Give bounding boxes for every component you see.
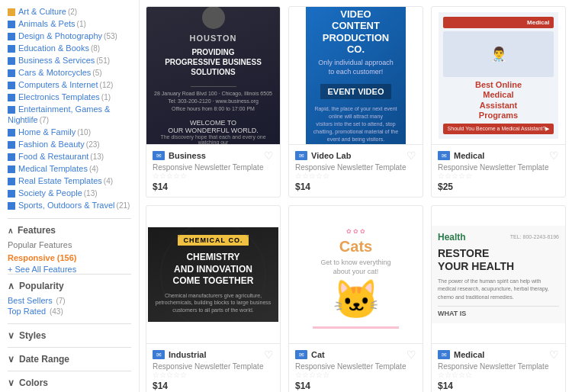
chevron-icon: ∨: [8, 378, 14, 388]
category-link[interactable]: Medical Templates: [18, 164, 88, 173]
chevron-icon: ∨: [8, 330, 14, 341]
card-thumbnail: Medical 👨‍⚕️ Best OnlineMedicalAssistant…: [432, 7, 565, 144]
email-icon: [153, 151, 165, 160]
popularity-item: Best Sellers (7): [8, 296, 131, 305]
card-stars: ☆☆☆☆☆: [153, 172, 274, 180]
template-card: VIDEOCONTENTPRODUCTIONCO. Only individua…: [288, 6, 423, 198]
card-title-wrap: Medical: [438, 151, 484, 160]
sidebar-category-item: Business & Services(51): [8, 55, 131, 66]
card-stars: ☆☆☆☆☆: [153, 371, 274, 379]
card-stars: ☆☆☆☆☆: [295, 371, 416, 379]
favorite-button[interactable]: ♡: [264, 149, 274, 162]
category-count: (4): [104, 177, 113, 185]
sidebar-category-item: Entertainment, Games & Nightlife(7): [8, 104, 131, 125]
category-icon: [8, 33, 15, 40]
card-price: $25: [438, 182, 559, 192]
favorite-button[interactable]: ♡: [407, 149, 416, 162]
category-link[interactable]: Food & Restaurant: [18, 152, 88, 161]
card-name: Medical: [454, 151, 484, 160]
category-count: (8): [91, 44, 100, 53]
responsive-feature[interactable]: Responsive (156): [8, 252, 131, 263]
category-icon: [8, 153, 15, 161]
category-icon: [8, 129, 15, 137]
category-link[interactable]: Home & Family: [18, 127, 76, 137]
features-content: Popular Features Responsive (156) + See …: [8, 240, 131, 274]
card-thumbnail: VIDEOCONTENTPRODUCTIONCO. Only individua…: [289, 7, 423, 144]
styles-section: ∨ Styles: [8, 323, 131, 347]
date-range-toggle[interactable]: ∨ Date Range: [8, 354, 131, 365]
card-stars: ☆☆☆☆☆: [438, 371, 559, 379]
category-link[interactable]: Animals & Pets: [18, 19, 76, 28]
favorite-button[interactable]: ♡: [407, 349, 416, 361]
card-price: $14: [295, 381, 416, 391]
chevron-icon: ∧: [8, 281, 14, 291]
favorite-button[interactable]: ♡: [264, 349, 274, 361]
sidebar-category-item: Computers & Internet(12): [8, 79, 131, 90]
popularity-link[interactable]: Best Sellers: [8, 296, 53, 305]
card-info: Industrial ♡ Responsive Newsletter Templ…: [146, 343, 280, 392]
sidebar-category-item: Real Estate Templates(4): [8, 175, 131, 186]
styles-toggle[interactable]: ∨ Styles: [8, 330, 131, 341]
template-card: Medical 👨‍⚕️ Best OnlineMedicalAssistant…: [431, 6, 566, 198]
date-range-section: ∨ Date Range: [8, 347, 131, 371]
card-price: $14: [438, 381, 559, 391]
features-toggle[interactable]: ∧ Features: [8, 225, 131, 236]
sidebar-category-item: Medical Templates(4): [8, 163, 131, 174]
email-icon: [153, 350, 165, 359]
card-type: Responsive Newsletter Template: [153, 163, 274, 172]
main-content: HOUSTON PROVIDINGPROGRESSIVE BUSINESSSOL…: [140, 0, 572, 392]
category-icon: [8, 165, 15, 173]
sidebar-category-item: Home & Family(10): [8, 127, 131, 137]
card-thumbnail: Health TEL: 800-2243-6196 RESTOREYOUR HE…: [432, 206, 565, 343]
category-count: (4): [89, 165, 98, 173]
category-list: Art & Culture(2)Animals & Pets(1)Design …: [8, 6, 131, 210]
card-price: $14: [153, 381, 274, 391]
card-name: Business: [169, 151, 206, 160]
category-icon: [8, 106, 15, 114]
category-count: (12): [100, 81, 114, 89]
card-type: Responsive Newsletter Template: [295, 163, 416, 172]
popularity-count: (43): [47, 307, 63, 316]
card-stars: ☆☆☆☆☆: [295, 172, 416, 180]
category-link[interactable]: Fashion & Beauty: [18, 140, 85, 149]
category-link[interactable]: Real Estate Templates: [18, 176, 102, 185]
category-link[interactable]: Cars & Motorcycles: [18, 68, 91, 77]
card-price: $14: [153, 182, 274, 192]
sidebar-category-item: Animals & Pets(1): [8, 18, 131, 29]
category-link[interactable]: Business & Services: [18, 56, 95, 65]
features-section: ∧ Features Popular Features Responsive (…: [8, 218, 131, 274]
email-icon: [295, 350, 307, 359]
card-type: Responsive Newsletter Template: [295, 362, 416, 371]
favorite-button[interactable]: ♡: [549, 149, 559, 162]
category-count: (2): [68, 8, 77, 16]
popularity-toggle[interactable]: ∧ Popularity: [8, 281, 131, 291]
category-icon: [8, 21, 15, 28]
popularity-section: ∧ Popularity Best Sellers (7)Top Rated (…: [8, 274, 131, 323]
responsive-link[interactable]: Responsive (156): [8, 253, 77, 262]
category-link[interactable]: Education & Books: [18, 43, 89, 53]
category-link[interactable]: Electronics Templates: [18, 92, 100, 101]
category-link[interactable]: Sports, Outdoors & Travel: [18, 201, 115, 210]
category-link[interactable]: Art & Culture: [18, 7, 66, 16]
favorite-button[interactable]: ♡: [549, 349, 559, 361]
popularity-link[interactable]: Top Rated: [8, 307, 46, 316]
card-title-wrap: Video Lab: [295, 151, 351, 160]
see-all-features-link[interactable]: + See All Features: [8, 265, 131, 274]
popularity-count: (7): [54, 297, 66, 305]
category-link[interactable]: Computers & Internet: [18, 80, 98, 89]
category-count: (7): [40, 116, 49, 124]
category-count: (51): [96, 56, 110, 65]
popularity-content: Best Sellers (7)Top Rated (43): [8, 296, 131, 316]
category-link[interactable]: Society & People: [18, 188, 82, 198]
card-price: $14: [295, 182, 416, 192]
card-thumbnail: CHEMICAL CO. CHEMISTRYAND INNOVATIONCOME…: [146, 206, 280, 343]
popular-features-label: Popular Features: [8, 240, 131, 249]
category-icon: [8, 69, 15, 77]
category-link[interactable]: Design & Photography: [18, 31, 102, 40]
colors-toggle[interactable]: ∨ Colors: [8, 378, 131, 388]
sidebar-category-item: Cars & Motorcycles(5): [8, 67, 131, 78]
card-info: Medical ♡ Responsive Newsletter Template…: [432, 343, 565, 392]
category-count: (5): [92, 69, 101, 77]
category-link[interactable]: Entertainment, Games & Nightlife: [8, 104, 110, 124]
popularity-item: Top Rated (43): [8, 307, 131, 316]
